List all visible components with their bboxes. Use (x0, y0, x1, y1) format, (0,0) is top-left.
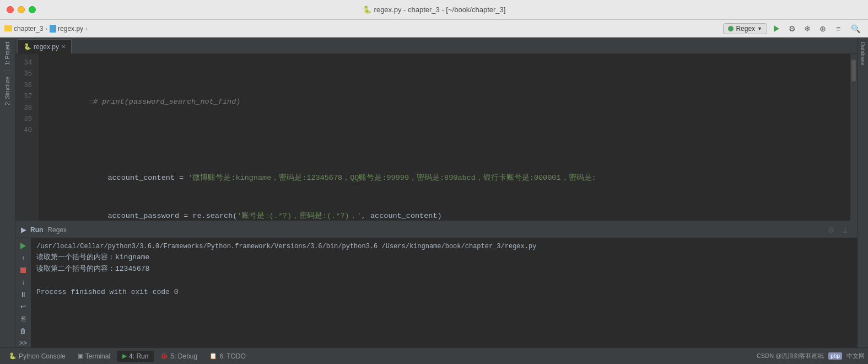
chinese-site-label: 中文网 (847, 352, 865, 360)
line-num-34: 34 (15, 57, 35, 68)
title-bar: 🐍 regex.py - chapter_3 - [~/book/chapter… (0, 0, 868, 20)
trash-icon: 🗑 (20, 327, 26, 335)
editor-container: 🐍 regex.py ✕ 34 35 36 37 38 39 40 □# pri… (15, 38, 857, 347)
code-line-34: □# print(password_search_not_find) (45, 83, 850, 95)
window-controls (7, 6, 36, 13)
csdn-watermark: CSDN @流浪剑客和画纸 (757, 352, 824, 360)
profile-icon: ⊕ (820, 24, 826, 33)
breadcrumb-toolbar: Regex ▼ ⚙ ❄ ⊕ ≡ 🔍 (723, 23, 864, 35)
tab-bar: 🐍 regex.py ✕ (15, 38, 857, 54)
right-sidebar: Database (857, 38, 868, 347)
breadcrumb-folder[interactable]: chapter_3 (4, 25, 43, 33)
main-area: 1: Project 2: Structure 🐍 regex.py ✕ 34 … (0, 38, 868, 347)
settings-button[interactable]: ⚙ (786, 23, 798, 35)
tab-close-button[interactable]: ✕ (61, 44, 66, 50)
copy-output-button[interactable]: ⎘ (18, 314, 29, 323)
window-title: 🐍 regex.py - chapter_3 - [~/book/chapter… (363, 6, 506, 14)
scroll-down-button[interactable]: ↓ (18, 278, 29, 287)
search-icon: 🔍 (851, 24, 860, 33)
debug-icon: 🐞 (160, 352, 168, 360)
pause-button[interactable]: ⏸ (18, 290, 29, 299)
menu-button[interactable]: ≡ (832, 23, 844, 35)
sidebar-item-project[interactable]: 1: Project (3, 38, 12, 69)
run-output-line-4: Process finished with exit code 0 (36, 287, 851, 298)
minimize-button[interactable] (18, 6, 25, 13)
terminal-tab[interactable]: ▣ Terminal (72, 351, 116, 362)
python-console-icon: 🐍 (9, 352, 17, 360)
stop-button[interactable] (18, 266, 29, 275)
code-line-35 (45, 121, 850, 133)
run-settings-button[interactable]: ⚙ (825, 224, 837, 236)
expand-button[interactable]: >> (18, 339, 29, 347)
profile-button[interactable]: ⊕ (817, 23, 829, 35)
run-output-line-2: 读取第二个括号的内容：12345678 (36, 264, 851, 275)
editor-scrollbar[interactable] (850, 54, 857, 221)
file-icon (50, 25, 56, 33)
run-panel: ▶ Run Regex ⚙ ⤓ (15, 221, 857, 347)
restore-icon: ↩ (20, 303, 26, 311)
line-num-37: 37 (15, 91, 35, 102)
search-button[interactable]: 🔍 (848, 23, 864, 34)
run-config-icon (728, 26, 734, 31)
stop-icon (20, 267, 26, 273)
left-sidebar: 1: Project 2: Structure (0, 38, 15, 347)
breadcrumb-file[interactable]: regex.py (50, 25, 83, 33)
breadcrumb-bar: chapter_3 › regex.py › Regex ▼ ⚙ ❄ ⊕ ≡ (0, 20, 868, 38)
bottom-tabs: 🐍 Python Console ▣ Terminal ▶ 4: Run 🐞 5… (3, 351, 251, 362)
line-num-35: 35 (15, 68, 35, 79)
tab-regex-py[interactable]: 🐍 regex.py ✕ (18, 39, 72, 53)
rerun-icon (20, 243, 26, 249)
code-line-37: account_password = re.search('账号是:(.*?)，… (45, 197, 850, 210)
maximize-button[interactable] (29, 6, 36, 13)
run-tab-icon: ▶ (122, 352, 127, 360)
settings-icon: ⚙ (789, 24, 796, 33)
php-badge: php (828, 352, 842, 360)
code-content[interactable]: □# print(password_search_not_find) accou… (39, 54, 850, 221)
debug-tab[interactable]: 🐞 5: Debug (155, 351, 203, 362)
down-arrow-icon: ↓ (21, 279, 25, 286)
coverage-button[interactable]: ❄ (801, 23, 813, 35)
copy-icon: ⎘ (21, 315, 25, 323)
up-arrow-icon: ↑ (21, 254, 25, 262)
run-panel-header: ▶ Run Regex ⚙ ⤓ (15, 222, 857, 238)
coverage-icon: ❄ (804, 24, 811, 33)
scroll-up-button[interactable]: ↑ (18, 254, 29, 263)
line-num-38: 38 (15, 103, 35, 114)
breadcrumb-separator-1: › (45, 25, 47, 32)
tab-file-icon: 🐍 (24, 43, 31, 50)
run-triangle-icon (774, 25, 779, 32)
run-menu-icon: ⤓ (842, 226, 849, 234)
run-tab[interactable]: ▶ 4: Run (117, 351, 154, 362)
run-output-line-3 (36, 275, 851, 287)
code-editor[interactable]: 34 35 36 37 38 39 40 □# print(password_s… (15, 54, 857, 221)
run-left-toolbar: ↑ ↓ ⏸ ↩ ⎘ (15, 238, 31, 347)
run-button[interactable] (770, 23, 783, 35)
sidebar-item-structure[interactable]: 2: Structure (3, 72, 12, 110)
line-num-36: 36 (15, 80, 35, 91)
restore-button[interactable]: ↩ (18, 302, 29, 311)
scrollbar-thumb[interactable] (851, 60, 856, 82)
file-icon: 🐍 (363, 6, 371, 14)
gear-icon: ⚙ (828, 226, 835, 234)
line-num-40: 40 (15, 125, 35, 136)
sidebar-divider-1 (2, 71, 13, 71)
menu-icon: ≡ (836, 24, 840, 33)
run-menu-button[interactable]: ⤓ (839, 224, 851, 236)
breadcrumb-nav: chapter_3 › regex.py › (4, 25, 88, 33)
bottom-toolbar: 🐍 Python Console ▣ Terminal ▶ 4: Run 🐞 5… (0, 347, 868, 364)
close-button[interactable] (7, 6, 14, 13)
clear-button[interactable]: 🗑 (18, 326, 29, 335)
bottom-right-info: CSDN @流浪剑客和画纸 php 中文网 (757, 352, 865, 360)
database-sidebar-label[interactable]: Database (859, 38, 867, 70)
expand-icon: >> (19, 339, 27, 347)
line-num-39: 39 (15, 114, 35, 125)
run-output: /usr/local/Cellar/python3/3.6.0/Framewor… (31, 238, 857, 347)
run-output-line-1: 读取第一个括号的内容：kingname (36, 252, 851, 264)
todo-tab[interactable]: 📋 6: TODO (204, 351, 251, 362)
python-console-tab[interactable]: 🐍 Python Console (3, 351, 71, 362)
run-icon: ▶ (21, 226, 26, 234)
code-line-36: account_content = '微博账号是:kingname，密码是:12… (45, 159, 850, 172)
rerun-button[interactable] (18, 242, 29, 250)
run-config-selector[interactable]: Regex ▼ (723, 23, 767, 34)
line-numbers: 34 35 36 37 38 39 40 (15, 54, 39, 221)
